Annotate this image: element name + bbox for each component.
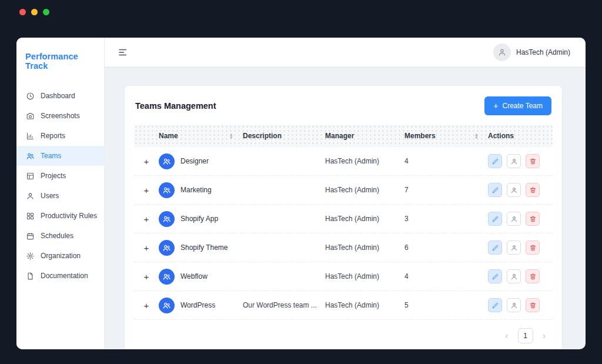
team-name: Webflow [180, 272, 208, 280]
projects-icon [26, 172, 35, 181]
team-name: Shopify Theme [180, 243, 228, 252]
assign-user-button[interactable] [507, 241, 521, 255]
team-members-count: 5 [404, 301, 488, 309]
delete-team-button[interactable] [526, 212, 540, 226]
sidebar-toggle-icon[interactable] [118, 47, 128, 58]
sidebar-item-schedules[interactable]: Schedules [16, 226, 104, 246]
team-avatar-icon [159, 211, 175, 227]
pagination: ‹ 1 › [134, 320, 553, 348]
user-icon [26, 192, 35, 201]
table-header: Name ▴▾ Description Manager Members ▴▾ A [134, 125, 553, 147]
sidebar-item-dashboard[interactable]: Dashboard [16, 86, 104, 106]
gear-icon [26, 252, 35, 261]
sidebar-item-label: Documentation [41, 272, 88, 280]
delete-team-button[interactable] [526, 154, 540, 168]
expand-row-button[interactable]: + [144, 186, 149, 195]
team-avatar-icon [159, 269, 175, 285]
team-avatar-icon [159, 153, 175, 169]
close-window-button[interactable] [19, 9, 26, 15]
team-name: Designer [180, 157, 209, 165]
sidebar-item-label: Users [41, 192, 59, 200]
column-description: Description [243, 132, 325, 140]
create-team-button[interactable]: + Create Team [484, 96, 551, 115]
delete-team-button[interactable] [526, 298, 540, 312]
column-members-label: Members [404, 132, 436, 140]
sidebar-item-projects[interactable]: Projects [16, 166, 104, 186]
sidebar-item-label: Organization [41, 252, 81, 260]
bar-chart-icon [26, 132, 35, 141]
user-menu[interactable]: HasTech (Admin) [493, 44, 570, 61]
sidebar-item-label: Projects [41, 172, 66, 180]
page-title: Teams Management [135, 101, 216, 111]
teams-card: Teams Management + Create Team Name ▴▾ D… [125, 86, 562, 349]
teams-icon [26, 152, 35, 161]
team-members-count: 4 [404, 157, 488, 165]
team-manager: HasTech (Admin) [325, 243, 404, 252]
team-avatar-icon [159, 182, 175, 198]
sidebar-item-productivity-rules[interactable]: Productivity Rules [16, 206, 104, 226]
app-logo: Performance Track [16, 38, 104, 86]
team-members-count: 3 [404, 215, 488, 223]
table-row: + Shopify Theme HasTech (Admin) 6 [134, 233, 553, 262]
pagination-prev-icon[interactable]: ‹ [505, 331, 508, 340]
sort-members-icon[interactable]: ▴▾ [475, 133, 477, 139]
sidebar-item-documentation[interactable]: Documentation [16, 266, 104, 286]
assign-user-button[interactable] [507, 212, 521, 226]
table-row: + Webflow HasTech (Admin) 4 [134, 262, 553, 291]
column-actions-label: Actions [488, 132, 514, 140]
team-members-count: 4 [404, 272, 488, 280]
pagination-page-1[interactable]: 1 [518, 328, 533, 343]
sidebar-item-label: Reports [41, 132, 65, 140]
card-header: Teams Management + Create Team [134, 96, 553, 125]
assign-user-button[interactable] [507, 269, 521, 283]
column-manager: Manager [325, 132, 404, 140]
edit-team-button[interactable] [488, 241, 502, 255]
team-manager: HasTech (Admin) [325, 272, 404, 280]
column-members[interactable]: Members ▴▾ [404, 132, 488, 140]
edit-team-button[interactable] [488, 154, 502, 168]
edit-team-button[interactable] [488, 269, 502, 283]
grid-icon [26, 212, 35, 221]
expand-row-button[interactable]: + [144, 215, 149, 223]
sidebar-item-label: Teams [41, 152, 61, 160]
delete-team-button[interactable] [526, 269, 540, 283]
sidebar-item-organization[interactable]: Organization [16, 246, 104, 266]
table-row: + Marketing HasTech (Admin) 7 [134, 176, 553, 205]
sidebar-item-reports[interactable]: Reports [16, 126, 104, 146]
minimize-window-button[interactable] [31, 9, 38, 15]
delete-team-button[interactable] [526, 241, 540, 255]
assign-user-button[interactable] [507, 154, 521, 168]
plus-icon: + [493, 103, 498, 109]
edit-team-button[interactable] [488, 183, 502, 197]
dashboard-icon [26, 92, 35, 101]
expand-row-button[interactable]: + [144, 243, 149, 252]
delete-team-button[interactable] [526, 183, 540, 197]
column-name[interactable]: Name ▴▾ [159, 132, 243, 140]
sidebar-item-label: Screenshots [41, 112, 80, 120]
expand-row-button[interactable]: + [144, 301, 149, 310]
expand-row-button[interactable]: + [144, 272, 149, 281]
sidebar-item-users[interactable]: Users [16, 186, 104, 206]
window-titlebar [0, 0, 602, 24]
sidebar-item-teams[interactable]: Teams [16, 146, 104, 166]
sidebar-item-screenshots[interactable]: Screenshots [16, 106, 104, 126]
sort-name-icon[interactable]: ▴▾ [230, 133, 232, 139]
team-avatar-icon [159, 298, 175, 313]
app-window: Performance Track Dashboard Screenshots … [16, 38, 586, 349]
edit-team-button[interactable] [488, 212, 502, 226]
table-body: + Designer HasTech (Admin) 4 + [134, 147, 553, 320]
assign-user-button[interactable] [507, 183, 521, 197]
user-name: HasTech (Admin) [516, 48, 570, 56]
team-name: WordPress [180, 301, 215, 309]
table-row: + Shopify App HasTech (Admin) 3 [134, 205, 553, 233]
team-manager: HasTech (Admin) [325, 157, 404, 165]
assign-user-button[interactable] [507, 298, 521, 312]
maximize-window-button[interactable] [43, 9, 49, 15]
pagination-next-icon[interactable]: › [543, 331, 546, 340]
table-row: + Designer HasTech (Admin) 4 [134, 147, 553, 176]
expand-row-button[interactable]: + [144, 157, 149, 166]
sidebar-nav: Dashboard Screenshots Reports Teams Proj… [16, 86, 104, 286]
edit-team-button[interactable] [488, 298, 502, 312]
user-avatar-icon [493, 44, 511, 61]
column-description-label: Description [243, 132, 282, 140]
